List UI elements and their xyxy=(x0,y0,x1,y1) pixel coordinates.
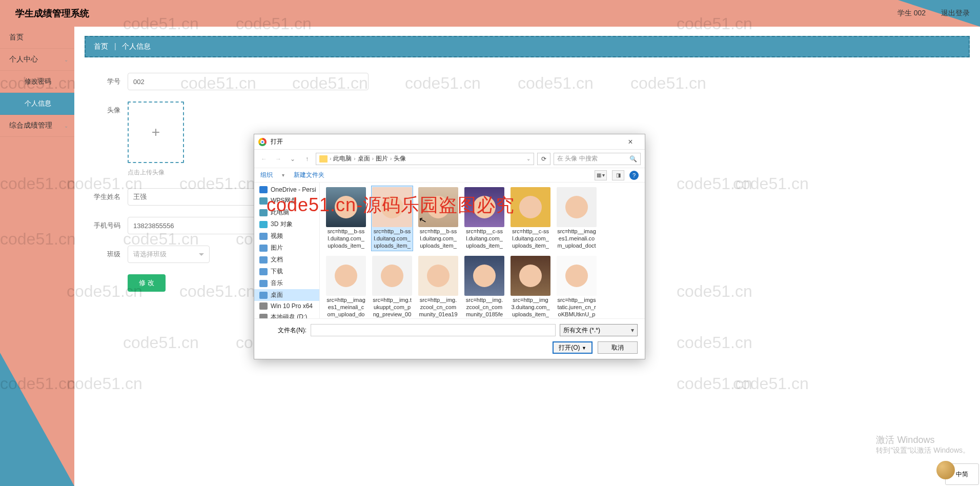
file-item[interactable]: src=http__b-ssl.duitang.com_uploads_item… xyxy=(371,186,413,251)
nav-personal[interactable]: 个人中心⌄ xyxy=(0,49,74,71)
tree-item[interactable]: 本地磁盘 (D:) xyxy=(254,311,319,318)
app-header: 学生成绩管理系统 学生 002 退出登录 xyxy=(0,0,980,27)
file-item[interactable]: src=http__c-ssl.duitang.com_uploads_item… xyxy=(509,186,552,251)
path-seg-0[interactable]: 此电脑 xyxy=(333,154,352,163)
file-open-dialog: 打开 × ← → ⌄ ↑ › 此电脑› 桌面› 图片› 头像 ⌄ ⟳ 在 头像 … xyxy=(254,134,645,359)
nav-grade-mgmt[interactable]: 综合成绩管理⌄ xyxy=(0,115,74,137)
preview-toggle-button[interactable]: ◨ xyxy=(612,170,624,180)
user-label[interactable]: 学生 002 xyxy=(897,9,926,18)
tree-item[interactable]: OneDrive - Persi xyxy=(254,185,319,195)
view-mode-button[interactable]: ▦ ▾ xyxy=(595,170,607,180)
refresh-icon[interactable]: ⟳ xyxy=(537,153,550,165)
file-name-label: src=http__img3.duitang.com_uploads_item_… xyxy=(511,297,550,318)
tree-item-label: 此电脑 xyxy=(271,208,289,217)
search-box[interactable]: 在 头像 中搜索 🔍 xyxy=(554,153,641,165)
filename-input[interactable] xyxy=(311,324,556,336)
ti-3d-icon xyxy=(259,221,268,228)
filetype-select[interactable]: 所有文件 (*.*) xyxy=(560,324,638,336)
help-icon[interactable]: ? xyxy=(629,171,639,180)
path-sep: › xyxy=(354,156,355,161)
search-icon: 🔍 xyxy=(629,155,637,163)
chevron-down-icon: ⌄ xyxy=(64,123,68,129)
file-name-label: src=http__img.zcool_cn_community_01ea195… xyxy=(419,297,458,318)
logout-link[interactable]: 退出登录 xyxy=(941,9,970,18)
tree-item[interactable]: Win 10 Pro x64 xyxy=(254,301,319,311)
nav-personal-info[interactable]: 个人信息 xyxy=(0,93,74,115)
file-thumbnail xyxy=(372,256,412,296)
ime-indicator[interactable]: 中简 xyxy=(945,463,979,485)
class-select[interactable]: 请选择班级 xyxy=(128,246,210,263)
path-dropdown-icon[interactable]: ⌄ xyxy=(526,156,530,161)
search-placeholder: 在 头像 中搜索 xyxy=(557,154,598,163)
tree-item[interactable]: 3D 对象 xyxy=(254,218,319,230)
path-seg-2[interactable]: 图片 xyxy=(376,154,388,163)
class-label: 班级 xyxy=(85,246,128,259)
nav-back-icon[interactable]: ← xyxy=(258,153,270,165)
tree-item-label: 文档 xyxy=(271,255,283,264)
submit-button[interactable]: 修 改 xyxy=(128,274,166,292)
breadcrumb-sep: | xyxy=(114,42,116,50)
open-button[interactable]: 打开(O) ▼ xyxy=(553,341,593,354)
file-thumbnail xyxy=(418,256,458,296)
organize-menu[interactable]: 组织 xyxy=(260,171,273,179)
cancel-button[interactable]: 取消 xyxy=(598,341,638,354)
nav-recent-icon[interactable]: ⌄ xyxy=(287,153,298,165)
file-name-label: src=http__b-ssl.duitang.com_uploads_item… xyxy=(373,228,412,250)
tree-item-label: 桌面 xyxy=(271,291,283,299)
file-thumbnail xyxy=(464,187,504,227)
file-item[interactable]: src=http__img.tukuppt_com_png_preview_00… xyxy=(371,254,413,318)
path-sep: › xyxy=(330,156,331,161)
tree-item[interactable]: 音乐 xyxy=(254,277,319,289)
sidebar: 首页 个人中心⌄ 修改密码 个人信息 综合成绩管理⌄ xyxy=(0,27,74,486)
nav-up-icon[interactable]: ↑ xyxy=(301,153,313,165)
tree-item[interactable]: 此电脑 xyxy=(254,207,319,218)
close-icon[interactable]: × xyxy=(620,137,641,147)
sidebar-decoration xyxy=(0,353,74,486)
file-item[interactable]: src=http__img3.duitang.com_uploads_item_… xyxy=(509,254,552,318)
file-item[interactable]: src=http__img.zcool_cn_community_01ea195… xyxy=(417,254,459,318)
file-item[interactable]: src=http__images1.meinali.com_upload_doc… xyxy=(556,186,598,251)
file-name-label: src=http__img.zcool_cn_community_0185fe5… xyxy=(465,297,504,318)
file-name-label: src=http__c-ssl.duitang.com_uploads_item… xyxy=(465,228,504,250)
tree-item[interactable]: WPS网盘 xyxy=(254,195,319,207)
open-dropdown-icon: ▼ xyxy=(582,346,586,351)
file-item[interactable]: src=http__images1_meinali_com_upload_doc… xyxy=(325,254,367,318)
ti-desk-icon xyxy=(259,292,268,299)
avatar-label: 头像 xyxy=(85,102,128,115)
class-placeholder: 请选择班级 xyxy=(133,250,167,259)
nav-forward-icon[interactable]: → xyxy=(273,153,284,165)
nav-change-password[interactable]: 修改密码 xyxy=(0,71,74,93)
path-sep: › xyxy=(372,156,374,161)
file-thumbnail xyxy=(464,256,504,296)
ti-video-icon xyxy=(259,233,268,240)
avatar-tip: 点击上传头像 xyxy=(128,168,184,177)
file-thumbnail xyxy=(511,187,550,227)
address-bar[interactable]: › 此电脑› 桌面› 图片› 头像 ⌄ xyxy=(316,153,534,165)
path-seg-1[interactable]: 桌面 xyxy=(358,154,370,163)
tree-item[interactable]: 下载 xyxy=(254,266,319,277)
file-thumbnail xyxy=(372,187,412,227)
filename-label: 文件名(N): xyxy=(261,326,307,335)
tree-item[interactable]: 桌面 xyxy=(254,289,319,301)
file-item[interactable]: src=http__b-ssl.duitang.com_uploads_item… xyxy=(417,186,459,251)
sid-input[interactable] xyxy=(128,73,369,90)
nav-home[interactable]: 首页 xyxy=(0,27,74,49)
file-name-label: src=http__b-ssl.duitang.com_uploads_item… xyxy=(419,228,458,250)
avatar-upload-box[interactable]: + xyxy=(128,102,184,163)
tree-item[interactable]: 文档 xyxy=(254,254,319,266)
breadcrumb-home[interactable]: 首页 xyxy=(94,42,108,50)
file-thumbnail xyxy=(326,256,366,296)
dialog-nav: ← → ⌄ ↑ › 此电脑› 桌面› 图片› 头像 ⌄ ⟳ 在 头像 中搜索 🔍 xyxy=(254,150,645,168)
breadcrumb: 首页 | 个人信息 xyxy=(85,36,970,57)
tree-item-label: 下载 xyxy=(271,267,283,276)
file-item[interactable]: src=http__imgstatic.juren_cn_roKBMUtknU_… xyxy=(556,254,598,318)
activate-title: 激活 Windows xyxy=(876,434,970,446)
file-item[interactable]: src=http__img.zcool_cn_community_0185fe5… xyxy=(463,254,505,318)
file-name-label: src=http__images1.meinali.com_upload_doc… xyxy=(557,228,596,250)
new-folder-button[interactable]: 新建文件夹 xyxy=(294,171,324,179)
file-item[interactable]: src=http__b-ssl.duitang.com_uploads_item… xyxy=(325,186,367,251)
tree-item[interactable]: 图片 xyxy=(254,242,319,254)
tree-item[interactable]: 视频 xyxy=(254,230,319,242)
file-item[interactable]: src=http__c-ssl.duitang.com_uploads_item… xyxy=(463,186,505,251)
path-seg-3[interactable]: 头像 xyxy=(394,154,406,163)
